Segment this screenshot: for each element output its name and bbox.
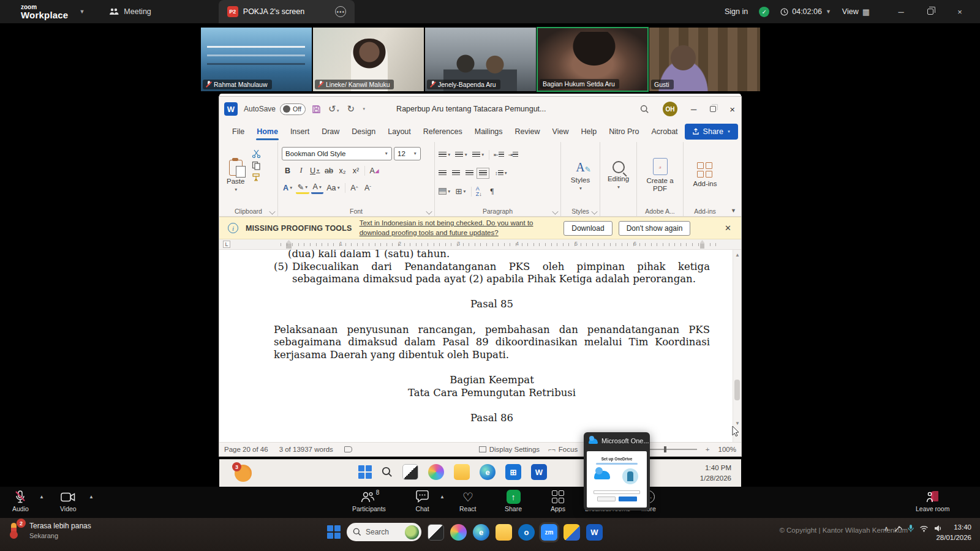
page-indicator[interactable]: Page 20 of 46 [224, 446, 268, 453]
weather-widget[interactable]: 2 Terasa lebih panas Sekarang [9, 522, 91, 539]
sort-button[interactable]: AZ↓ [476, 186, 482, 197]
word-restore-button[interactable] [710, 105, 716, 114]
shared-word-icon[interactable]: W [531, 464, 547, 480]
tray-expand-icon[interactable]: ∧ [884, 525, 889, 533]
focus-button[interactable]: ⌐¬Focus [548, 446, 578, 453]
bold-button[interactable]: B [282, 164, 293, 177]
tab-meeting[interactable]: Meeting [100, 0, 159, 23]
video-chevron-icon[interactable]: ▲ [89, 494, 94, 500]
chat-chevron-icon[interactable]: ▲ [440, 494, 445, 500]
tab-nitro-pro[interactable]: Nitro Pro [603, 124, 644, 140]
edge-button[interactable]: e [473, 524, 489, 541]
format-painter-icon[interactable] [252, 173, 261, 182]
redo-button[interactable]: ↻ [347, 103, 355, 114]
video-tile[interactable]: Jenely-Bapenda Aru [424, 27, 537, 92]
chat-button[interactable]: Chat [415, 490, 429, 512]
nitro-button[interactable] [564, 524, 580, 541]
audio-button[interactable]: Audio [12, 490, 29, 512]
subscript-button[interactable]: x₂ [336, 164, 348, 177]
highlight-button[interactable]: ✎▼ [296, 181, 309, 194]
right-indent-marker[interactable] [700, 240, 704, 249]
shared-start-button[interactable] [358, 465, 372, 479]
apps-button[interactable]: Apps [551, 490, 565, 512]
document-canvas[interactable]: (dua) kali dalam 1 (satu) tahun. (5)Dike… [219, 250, 741, 442]
tab-references[interactable]: References [418, 124, 468, 140]
change-case-button[interactable]: Aa▼ [325, 181, 342, 194]
clear-formatting-button[interactable]: A◢ [368, 164, 380, 177]
tab-design[interactable]: Design [346, 124, 381, 140]
account-avatar[interactable]: OH [663, 102, 677, 116]
search-icon[interactable] [640, 105, 649, 114]
autosave-toggle[interactable]: Off [280, 103, 306, 115]
italic-button[interactable]: I [295, 164, 307, 177]
addins-button[interactable]: Add-ins [690, 146, 721, 205]
vertical-scrollbar[interactable]: ▲ ▼ [733, 250, 741, 442]
sign-in-button[interactable]: Sign in [725, 7, 748, 16]
start-button[interactable] [327, 525, 341, 539]
paste-button[interactable]: Paste ▼ [223, 147, 248, 205]
video-tile[interactable]: Gusti [649, 27, 761, 92]
shared-edge-icon[interactable]: e [480, 464, 496, 480]
shading-button[interactable]: ▼ [439, 188, 451, 195]
grow-font-button[interactable]: A^ [349, 181, 360, 194]
react-button[interactable]: ♡ React [459, 490, 476, 512]
video-tile-active-speaker[interactable]: Bagian Hukum Setda Aru [537, 27, 649, 92]
increase-indent-button[interactable]: ⇥ [508, 152, 519, 158]
borders-button[interactable]: ⊞▼ [455, 187, 466, 196]
tray-mic-icon[interactable] [908, 524, 914, 533]
taskbar-search[interactable]: Search [347, 523, 421, 541]
shrink-font-button[interactable]: Aˇ [362, 181, 374, 194]
multilevel-list-button[interactable]: ▼ [472, 152, 484, 158]
video-tile[interactable]: Lineke/ Kanwil Maluku [312, 27, 424, 92]
banner-close-icon[interactable]: ✕ [721, 223, 735, 233]
window-close-button[interactable]: × [951, 7, 969, 17]
window-restore-button[interactable] [921, 7, 940, 17]
bullets-button[interactable]: ▼ [439, 152, 451, 158]
tab-mailings[interactable]: Mailings [469, 124, 508, 140]
tab-acrobat[interactable]: Acrobat [646, 124, 684, 140]
onedrive-thumbnail[interactable]: Set up OneDrive [584, 449, 650, 511]
word-minimize-button[interactable]: ─ [691, 105, 696, 114]
display-settings-button[interactable]: Display Settings [479, 446, 540, 453]
copy-icon[interactable] [252, 161, 261, 170]
text-effects-button[interactable]: A▼ [282, 181, 294, 194]
undo-button[interactable]: ↺▼ [328, 103, 340, 114]
download-button[interactable]: Download [564, 221, 612, 236]
word-close-button[interactable]: × [729, 104, 735, 114]
justify-button[interactable] [479, 170, 487, 176]
tab-pokja-screen[interactable]: P2 POKJA 2's screen ••• [219, 0, 355, 23]
line-spacing-button[interactable]: ↕▼ [495, 170, 508, 176]
tab-help[interactable]: Help [575, 124, 602, 140]
shared-taskview-icon[interactable] [402, 464, 418, 480]
tab-draw[interactable]: Draw [316, 124, 345, 140]
decrease-indent-button[interactable]: ⇤ [494, 152, 504, 158]
qat-customize-icon[interactable]: ▼ [362, 107, 366, 111]
proofing-status-icon[interactable] [344, 446, 352, 452]
collapse-ribbon-icon[interactable]: ▼ [731, 208, 736, 214]
autosave-control[interactable]: AutoSave Off [244, 103, 306, 115]
underline-button[interactable]: U▼ [309, 164, 321, 177]
zoom-in-icon[interactable]: + [706, 446, 710, 453]
font-color-button[interactable]: A▼ [311, 181, 323, 194]
superscript-button[interactable]: x² [350, 164, 361, 177]
participants-button[interactable]: 8 Participants [352, 490, 386, 512]
leave-room-button[interactable]: Leave room [916, 490, 949, 512]
meeting-timer[interactable]: 04:02:06 ▼ [780, 7, 831, 16]
shared-clock[interactable]: 1:40 PM 1/28/2026 [700, 463, 731, 483]
share-button[interactable]: Share ▼ [685, 124, 738, 140]
onedrive-preview-popup[interactable]: Microsoft One... Set up OneDrive [584, 432, 650, 511]
tab-review[interactable]: Review [510, 124, 546, 140]
align-center-button[interactable] [452, 170, 460, 176]
tab-stop-selector[interactable]: L [223, 241, 230, 248]
word-count[interactable]: 3 of 13937 words [279, 446, 333, 453]
tab-insert[interactable]: Insert [285, 124, 315, 140]
wifi-icon[interactable] [919, 525, 929, 532]
security-shield-icon[interactable]: ✓ [759, 7, 769, 17]
window-minimize-button[interactable]: ─ [892, 7, 910, 17]
shared-copilot-icon[interactable] [428, 464, 444, 480]
save-icon[interactable] [312, 105, 321, 114]
taskview-button[interactable] [428, 524, 444, 541]
audio-chevron-icon[interactable]: ▲ [39, 494, 44, 500]
dont-show-again-button[interactable]: Don't show again [619, 221, 691, 236]
video-tile[interactable]: Rahmat Mahulauw [200, 27, 312, 92]
